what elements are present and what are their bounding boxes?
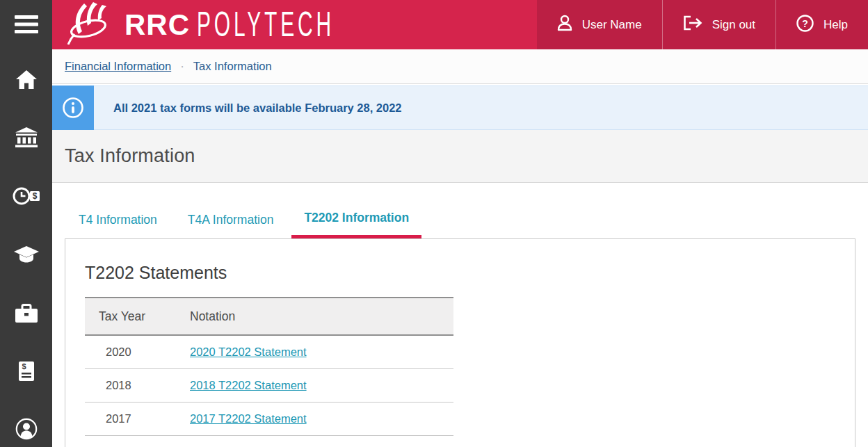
column-header-notation: Notation bbox=[189, 298, 453, 335]
home-icon bbox=[15, 69, 38, 90]
tab-t4a-information[interactable]: T4A Information bbox=[175, 211, 287, 238]
sidebar-item-bank[interactable] bbox=[0, 124, 52, 149]
statement-link-2020[interactable]: 2020 T2202 Statement bbox=[190, 346, 307, 358]
breadcrumb-current: Tax Information bbox=[193, 60, 272, 73]
content-area: T4 Information T4A Information T2202 Inf… bbox=[52, 211, 868, 447]
breadcrumb: Financial Information · Tax Information bbox=[52, 49, 868, 84]
statement-link-2017[interactable]: 2017 T2202 Statement bbox=[190, 412, 307, 425]
user-menu-label: User Name bbox=[582, 18, 642, 32]
profile-icon bbox=[15, 418, 38, 440]
brand-primary-text: RRC bbox=[124, 0, 190, 49]
sign-out-button[interactable]: Sign out bbox=[662, 0, 775, 49]
sign-out-icon bbox=[683, 15, 702, 34]
table-row: 2020 2020 T2202 Statement bbox=[85, 335, 453, 368]
t2202-statements-card: T2202 Statements Tax Year Notation 2020 … bbox=[65, 238, 855, 447]
help-icon: ? bbox=[796, 15, 814, 35]
card-title: T2202 Statements bbox=[85, 263, 835, 283]
svg-text:$: $ bbox=[32, 191, 37, 201]
statement-link-2018[interactable]: 2018 T2202 Statement bbox=[190, 379, 307, 391]
main-area: RRC POLYTECH User Name bbox=[52, 0, 868, 447]
tab-t2202-information[interactable]: T2202 Information bbox=[291, 211, 421, 238]
info-banner-message: All 2021 tax forms will be available Feb… bbox=[94, 86, 868, 130]
top-header: RRC POLYTECH User Name bbox=[52, 0, 868, 49]
sidebar-item-financial-statements[interactable]: $ bbox=[0, 359, 52, 384]
briefcase-icon bbox=[15, 304, 38, 324]
info-banner: All 2021 tax forms will be available Feb… bbox=[52, 86, 868, 130]
svg-text:$: $ bbox=[22, 362, 26, 371]
breadcrumb-link-financial-information[interactable]: Financial Information bbox=[65, 60, 171, 73]
svg-text:?: ? bbox=[802, 17, 808, 29]
clock-dollar-icon: $ bbox=[12, 186, 41, 206]
tab-bar: T4 Information T4A Information T2202 Inf… bbox=[66, 211, 868, 238]
info-icon bbox=[52, 86, 94, 130]
dollar-statement-icon: $ bbox=[19, 361, 34, 381]
table-row: 2017 2017 T2202 Statement bbox=[85, 402, 453, 435]
sidebar-item-academics[interactable] bbox=[0, 242, 52, 267]
tax-year-value: 2017 bbox=[85, 402, 189, 435]
sidebar-item-account-activity[interactable]: $ bbox=[0, 184, 52, 209]
user-menu-button[interactable]: User Name bbox=[537, 0, 662, 49]
user-icon bbox=[557, 15, 572, 35]
sign-out-label: Sign out bbox=[712, 18, 755, 32]
hamburger-menu-icon bbox=[15, 15, 38, 33]
column-header-tax-year: Tax Year bbox=[85, 298, 189, 335]
brand-swoosh-icon bbox=[63, 2, 118, 48]
brand-logo[interactable]: RRC POLYTECH bbox=[52, 0, 537, 49]
sidebar-item-home[interactable] bbox=[0, 67, 52, 92]
tax-year-value: 2018 bbox=[85, 368, 189, 402]
menu-toggle-button[interactable] bbox=[0, 12, 52, 37]
help-button[interactable]: ? Help bbox=[775, 0, 868, 49]
sidebar-item-career[interactable] bbox=[0, 301, 52, 326]
top-menu: User Name Sign out ? bbox=[537, 0, 868, 49]
breadcrumb-separator: · bbox=[180, 60, 184, 74]
sidebar: $ $ bbox=[0, 0, 52, 447]
statements-table: Tax Year Notation 2020 2020 T2202 Statem… bbox=[85, 297, 453, 436]
help-label: Help bbox=[823, 18, 848, 32]
table-row: 2018 2018 T2202 Statement bbox=[85, 368, 453, 402]
table-header-row: Tax Year Notation bbox=[85, 298, 453, 335]
page-title-band: Tax Information bbox=[52, 130, 868, 183]
tab-t4-information[interactable]: T4 Information bbox=[66, 211, 170, 238]
brand-secondary-text: POLYTECH bbox=[197, 0, 335, 49]
tax-year-value: 2020 bbox=[85, 335, 189, 368]
sidebar-item-profile[interactable] bbox=[0, 416, 52, 441]
graduation-cap-icon bbox=[13, 245, 40, 263]
bank-icon bbox=[15, 127, 38, 147]
page-title: Tax Information bbox=[65, 145, 195, 167]
